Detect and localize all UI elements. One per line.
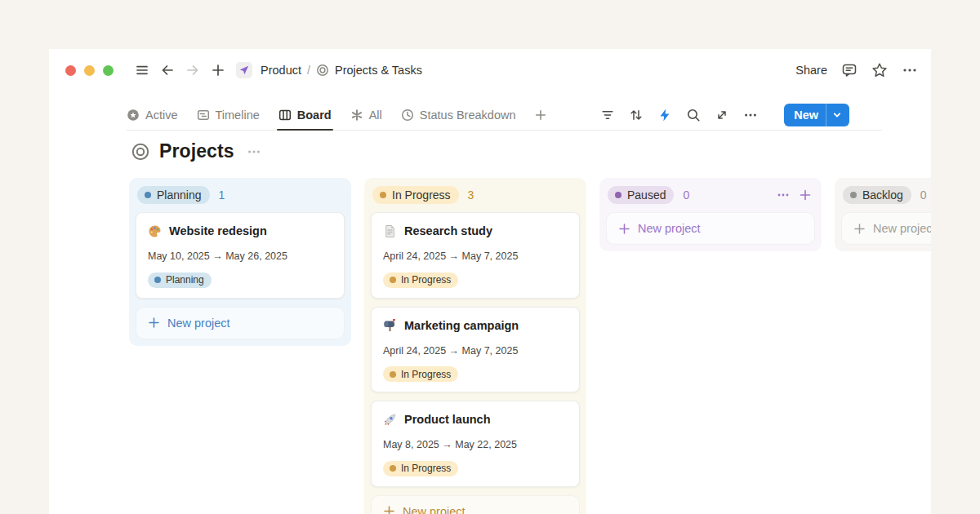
column-header: In Progress 3 [372,184,578,206]
new-project-button[interactable]: New project [371,495,580,514]
column-count: 3 [468,188,474,202]
card-status-badge: Planning [148,273,212,288]
column-header: Backlog 0 [843,184,931,206]
expand-icon[interactable] [715,108,729,122]
card-title: Research study [404,224,492,237]
view-more-icon[interactable] [743,108,758,122]
column-name: Planning [157,188,202,202]
breadcrumb-page[interactable]: Projects & Tasks [335,64,422,77]
status-dot [380,192,386,198]
share-button[interactable]: Share [795,64,827,77]
tab-board[interactable]: Board [278,100,332,130]
column-backlog: Backlog 0 New project [835,178,931,251]
workspace-logo[interactable] [236,62,252,78]
card-title: Website redesign [169,224,267,237]
traffic-light-minimize[interactable] [84,65,95,76]
forward-arrow-icon[interactable] [185,63,200,78]
clock-icon [401,109,414,122]
column-header: Paused 0 [608,184,813,206]
new-button-label: New [784,109,826,122]
column-add-icon[interactable] [799,188,812,202]
more-icon[interactable] [902,62,918,78]
card-date-range: April 24, 2025 → May 7, 2025 [383,345,568,357]
palette-icon [148,224,162,238]
automations-icon[interactable] [657,108,672,122]
new-project-button[interactable]: New project [136,307,345,339]
document-icon [383,224,397,238]
page-target-icon [131,142,150,162]
menu-icon[interactable] [135,63,149,78]
column-status-pill: Backlog [843,186,911,204]
favorite-star-icon[interactable] [871,62,888,78]
card-status-badge: In Progress [383,273,458,288]
rocket-icon [383,413,397,427]
search-icon[interactable] [686,108,701,122]
plus-icon [148,317,160,329]
status-dot [145,192,151,198]
tab-timeline[interactable]: Timeline [197,100,260,130]
timeline-icon [197,109,210,122]
comments-icon[interactable] [841,62,858,78]
column-count: 1 [219,188,225,202]
column-status-pill: Paused [608,186,674,204]
column-planning: Planning 1 Website redesign May 10, 2025… [129,178,351,346]
card-date-range: May 10, 2025 → May 26, 2025 [148,250,332,262]
tab-label: Active [145,109,178,122]
sort-icon[interactable] [629,108,644,122]
status-dot [850,192,857,198]
back-arrow-icon[interactable] [160,63,175,78]
card-date-range: May 8, 2025 → May 22, 2025 [383,439,568,450]
breadcrumb: Product / Projects & Tasks [261,64,422,77]
column-controls [777,188,812,202]
tab-active[interactable]: Active [127,100,178,130]
view-actions: New [600,104,849,126]
add-view-button[interactable] [534,100,547,130]
card-title: Product launch [404,413,491,426]
column-name: Paused [627,188,666,202]
project-card-product-launch[interactable]: Product launch May 8, 2025 → May 22, 202… [371,401,580,487]
plus-icon [853,223,866,235]
card-date-range: April 24, 2025 → May 7, 2025 [383,250,568,262]
view-tabs-bar: Active Timeline Board All Status Breakdo… [127,100,849,130]
card-title: Marketing campaign [404,319,519,332]
plus-icon [534,109,547,122]
tab-all[interactable]: All [350,100,382,130]
project-card-website-redesign[interactable]: Website redesign May 10, 2025 → May 26, … [136,212,345,299]
tab-label: All [369,109,382,122]
status-dot [390,277,396,283]
traffic-light-zoom[interactable] [103,65,114,76]
tab-label: Board [297,109,332,122]
plus-icon [383,505,395,514]
status-label: In Progress [401,274,451,286]
new-project-label: New project [873,222,931,235]
column-header: Planning 1 [137,184,343,206]
column-status-pill: In Progress [372,186,459,204]
status-dot [390,371,396,378]
project-card-marketing-campaign[interactable]: Marketing campaign April 24, 2025 → May … [371,307,580,393]
status-label: Planning [166,274,204,286]
column-more-icon[interactable] [777,188,790,202]
new-project-label: New project [638,222,701,235]
column-paused: Paused 0 New project [599,178,822,251]
tab-status-breakdown[interactable]: Status Breakdown [401,100,516,130]
target-icon [316,64,329,77]
column-count: 0 [920,188,927,202]
purple-arrow-icon [239,65,249,75]
new-project-button[interactable]: New project [606,212,815,245]
breadcrumb-workspace[interactable]: Product [261,64,301,77]
page-more-icon[interactable] [247,144,261,159]
column-in-progress: In Progress 3 Research study April 24, 2… [364,178,586,514]
new-project-button[interactable]: New project [841,212,931,245]
filter-icon[interactable] [600,108,615,122]
card-status-badge: In Progress [383,366,458,382]
traffic-light-close[interactable] [65,65,76,76]
column-name: Backlog [862,188,903,202]
new-page-icon[interactable] [211,63,225,78]
chevron-down-icon[interactable] [826,104,849,126]
project-card-research-study[interactable]: Research study April 24, 2025 → May 7, 2… [371,212,580,299]
tab-label: Timeline [216,109,260,122]
status-dot [390,465,396,472]
star-badge-icon [127,109,140,122]
new-button[interactable]: New [784,104,849,126]
board-icon [278,109,292,122]
